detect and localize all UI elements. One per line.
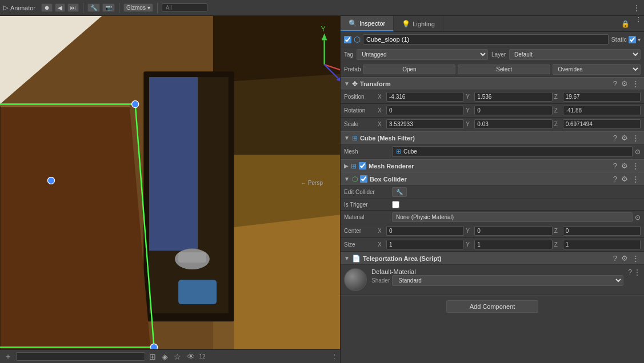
box-collider-checkbox[interactable]	[360, 175, 367, 183]
box-collider-arrow-icon: ▼	[344, 176, 350, 182]
rotation-label: Rotation	[344, 107, 375, 114]
teleport-script-title: Teleportation Area (Script)	[363, 255, 610, 262]
pos-y-label: Y	[466, 94, 473, 100]
layers-btn[interactable]: ⊞	[147, 352, 158, 361]
shader-select[interactable]: Standard	[392, 275, 623, 286]
material-btns: ? ⋮	[628, 268, 641, 276]
overrides-select[interactable]: Overrides	[553, 64, 641, 75]
record-btn[interactable]: ⏺	[41, 3, 53, 12]
tag-select[interactable]: Untagged	[357, 49, 488, 60]
mesh-renderer-checkbox[interactable]	[359, 162, 366, 170]
window-icon: ▷	[3, 4, 8, 11]
transform-menu-btn[interactable]: ⋮	[631, 79, 641, 88]
transform-settings-btn[interactable]: ⚙	[620, 79, 629, 88]
mesh-renderer-arrow-icon: ▶	[344, 163, 349, 169]
center-xyz: X Y Z	[378, 226, 641, 236]
prefab-open-btn[interactable]: Open	[363, 64, 455, 74]
svg-point-18	[132, 100, 139, 107]
star-btn[interactable]: ☆	[172, 352, 183, 361]
scale-y-label: Y	[466, 121, 473, 127]
pos-x-input[interactable]	[386, 92, 464, 102]
rot-z-input[interactable]	[563, 106, 641, 115]
edit-collider-btn[interactable]: 🔧	[392, 187, 407, 197]
material-help-btn[interactable]: ?	[628, 268, 632, 276]
box-collider-header[interactable]: ▼ ⬡ Box Collider ? ⚙ ⋮	[341, 172, 644, 185]
size-label: Size	[344, 241, 375, 248]
collider-material-value: None (Physic Material)	[392, 212, 633, 222]
teleport-menu-btn[interactable]: ⋮	[631, 254, 641, 263]
mesh-filter-header[interactable]: ▼ ⊞ Cube (Mesh Filter) ? ⚙ ⋮	[341, 131, 644, 144]
center-z-input[interactable]	[563, 226, 641, 236]
rot-y-input[interactable]	[474, 106, 552, 115]
pos-x-label: X	[378, 94, 385, 100]
teleport-arrow-icon: ▼	[344, 255, 350, 261]
add-component-btn[interactable]: Add Component	[446, 300, 539, 313]
inspector-scroll-area: ⬡ Static ▾ Tag Untagged Layer Default	[341, 32, 644, 363]
step-btn[interactable]: ⏭	[67, 3, 79, 12]
mesh-filter-settings-btn[interactable]: ⚙	[620, 134, 629, 142]
transform-help-btn[interactable]: ?	[612, 79, 618, 88]
scale-label: Scale	[344, 121, 375, 127]
center-z-label: Z	[554, 228, 561, 234]
pos-y-input[interactable]	[474, 92, 552, 102]
center-y-input[interactable]	[474, 226, 552, 236]
static-checkbox[interactable]	[629, 36, 636, 43]
object-icon: ⬡	[354, 35, 361, 44]
scale-row: Scale X Y Z	[341, 118, 644, 131]
rot-x-label: X	[378, 107, 385, 114]
inspector-lock-btn[interactable]: 🔒	[618, 16, 633, 31]
box-collider-help-btn[interactable]: ?	[612, 175, 618, 183]
mesh-renderer-menu-btn[interactable]: ⋮	[631, 162, 641, 170]
box-collider-settings-btn[interactable]: ⚙	[620, 175, 629, 183]
mesh-renderer-help-btn[interactable]: ?	[612, 162, 618, 170]
size-x-input[interactable]	[386, 240, 464, 249]
rot-x-input[interactable]	[386, 106, 464, 115]
play-btn[interactable]: ◀	[55, 3, 65, 12]
teleport-script-header[interactable]: ▼ 📄 Teleportation Area (Script) ? ⚙ ⋮	[341, 252, 644, 265]
size-z-input[interactable]	[563, 240, 641, 249]
search-input[interactable]	[162, 3, 207, 12]
is-trigger-checkbox[interactable]	[392, 201, 399, 208]
transform-icon: ✥	[352, 80, 358, 88]
camera-btn[interactable]: 📷	[102, 3, 115, 12]
gizmos-btn[interactable]: Gizmos ▾	[123, 3, 153, 12]
mesh-renderer-header[interactable]: ▶ ⊞ Mesh Renderer ? ⚙ ⋮	[341, 159, 644, 172]
box-collider-menu-btn[interactable]: ⋮	[631, 175, 641, 183]
add-btn[interactable]: ＋	[2, 352, 14, 362]
tab-inspector[interactable]: 🔍 Inspector	[341, 16, 394, 31]
mesh-filter-menu-btn[interactable]: ⋮	[631, 134, 641, 142]
material-section: Default-Material Shader Standard ? ⋮	[341, 265, 644, 295]
static-dropdown-icon[interactable]: ▾	[638, 37, 641, 43]
scale-z-input[interactable]	[563, 119, 641, 129]
mesh-pick-btn[interactable]: ⊙	[635, 148, 641, 156]
shader-row: Shader Standard	[371, 275, 623, 286]
edit-collider-row: Edit Collider 🔧	[341, 185, 644, 199]
object-active-checkbox[interactable]	[344, 36, 351, 43]
rotation-xyz: X Y Z	[378, 106, 641, 115]
pos-z-input[interactable]	[563, 92, 641, 102]
separator-2	[119, 3, 119, 13]
object-name-input[interactable]	[363, 34, 609, 45]
tab-lighting[interactable]: 💡 Lighting	[394, 16, 443, 31]
lighting-tab-icon: 💡	[402, 20, 410, 28]
center-label: Center	[344, 228, 375, 234]
size-y-input[interactable]	[474, 240, 552, 249]
mesh-renderer-settings-btn[interactable]: ⚙	[620, 162, 629, 170]
collider-material-pick-btn[interactable]: ⊙	[635, 213, 641, 221]
tag-btn[interactable]: ◈	[160, 352, 170, 361]
center-x-input[interactable]	[386, 226, 464, 236]
mesh-filter-help-btn[interactable]: ?	[612, 134, 618, 142]
svg-point-21	[47, 177, 54, 184]
scale-x-input[interactable]	[386, 119, 464, 129]
teleport-settings-btn[interactable]: ⚙	[620, 254, 629, 263]
scale-y-input[interactable]	[474, 119, 552, 129]
prefab-select-btn[interactable]: Select	[458, 64, 550, 74]
teleport-help-btn[interactable]: ?	[612, 254, 618, 263]
viewport-search[interactable]	[16, 352, 145, 361]
transform-section-header[interactable]: ▼ ✥ Transform ? ⚙ ⋮	[341, 77, 644, 90]
transform-section-btns: ? ⚙ ⋮	[612, 79, 641, 88]
layer-select[interactable]: Default	[509, 49, 641, 60]
scale-x-label: X	[378, 121, 385, 127]
material-menu-btn[interactable]: ⋮	[634, 268, 641, 276]
tools-btn[interactable]: 🔧	[87, 3, 100, 12]
